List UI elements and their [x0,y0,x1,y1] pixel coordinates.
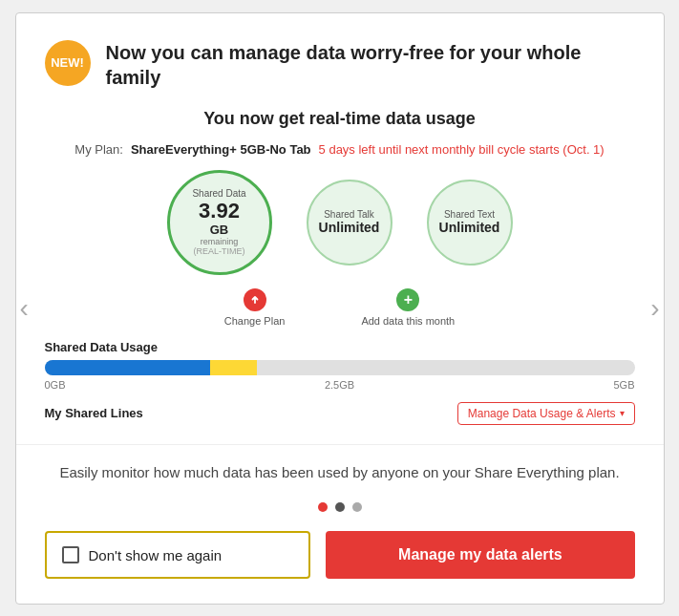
plan-days: 5 days left until next monthly bill cycl… [319,142,605,157]
divider [16,444,664,445]
shared-data-circle: Shared Data 3.92 GB remaining(REAL-TIME) [167,170,272,275]
dont-show-container[interactable]: Don't show me again [45,531,311,579]
nav-arrow-left[interactable]: ‹ [20,293,29,324]
shared-lines-label: My Shared Lines [45,406,143,420]
carousel-dots [45,502,635,512]
progress-bar-blue [45,360,210,375]
progress-section: Shared Data Usage 0GB 2.5GB 5GB [45,340,635,391]
add-data-action[interactable]: + Add data this month [361,288,455,327]
new-badge: NEW! [45,40,91,86]
shared-talk-circle: Shared Talk Unlimited [307,180,393,266]
header-row: NEW! Now you can manage data worry-free … [45,40,635,90]
plan-label: My Plan: [74,142,123,157]
progress-bar-yellow [210,360,257,375]
tick-2-5gb: 2.5GB [325,379,354,391]
shared-talk-value: Unlimited [319,220,380,235]
change-plan-action[interactable]: Change Plan [224,288,286,327]
progress-bar [45,360,635,375]
manage-alerts-button[interactable]: Manage my data alerts [326,531,634,579]
change-plan-icon [244,288,266,311]
dot-2[interactable] [335,502,345,512]
dot-3[interactable] [352,502,362,512]
shared-text-circle: Shared Text Unlimited [427,180,513,266]
nav-arrow-right[interactable]: › [650,293,659,324]
main-modal: ‹ › NEW! Now you can manage data worry-f… [15,12,665,605]
chevron-down-icon: ▾ [620,408,625,418]
subtitle: You now get real-time data usage [45,109,635,129]
progress-label: Shared Data Usage [45,340,635,354]
description: Easily monitor how much data has been us… [45,462,635,484]
change-plan-label: Change Plan [224,315,286,327]
progress-ticks: 0GB 2.5GB 5GB [45,379,635,391]
actions-row: Change Plan + Add data this month [45,288,635,327]
plan-row: My Plan: ShareEverything+ 5GB-No Tab 5 d… [45,142,635,157]
header-title: Now you can manage data worry-free for y… [106,40,635,90]
shared-talk-label: Shared Talk [324,209,374,220]
shared-text-label: Shared Text [444,209,495,220]
add-data-label: Add data this month [361,315,455,327]
tick-5gb: 5GB [613,379,634,391]
circles-row: Shared Data 3.92 GB remaining(REAL-TIME)… [45,170,635,275]
shared-data-sub: remaining(REAL-TIME) [194,237,245,256]
bottom-row: Don't show me again Manage my data alert… [45,531,635,579]
plan-name: ShareEverything+ 5GB-No Tab [131,142,311,157]
shared-text-value: Unlimited [439,220,500,235]
shared-data-value: 3.92 [199,200,240,223]
shared-lines-row: My Shared Lines Manage Data Usage & Aler… [45,402,635,425]
dot-1[interactable] [318,502,328,512]
manage-data-usage-btn[interactable]: Manage Data Usage & Alerts ▾ [457,402,635,425]
tick-0gb: 0GB [45,379,66,391]
shared-data-unit: GB [210,223,229,237]
add-data-icon: + [396,288,419,311]
dont-show-label: Don't show me again [89,547,223,563]
dont-show-checkbox[interactable] [62,546,79,563]
